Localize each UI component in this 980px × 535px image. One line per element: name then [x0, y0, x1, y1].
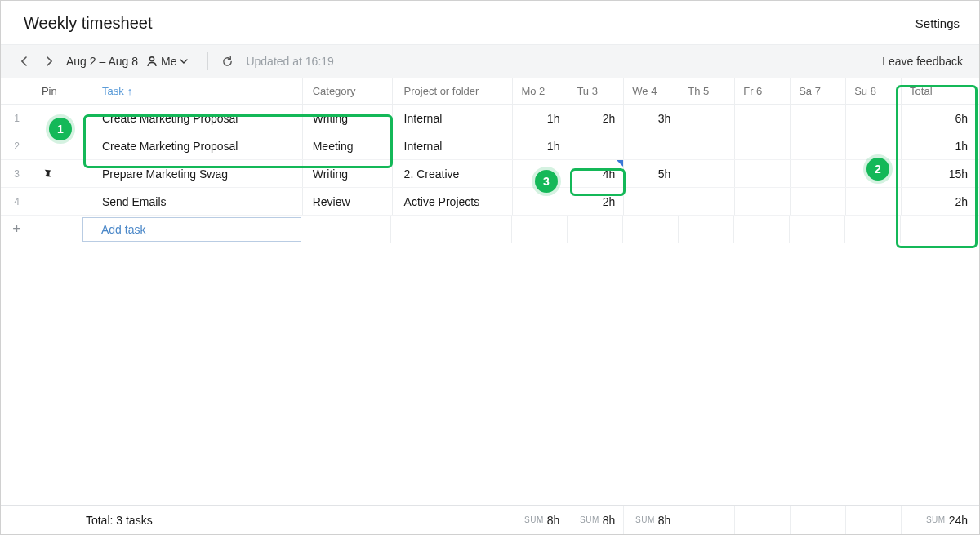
time-cell[interactable]: 2h	[568, 188, 624, 215]
cell-note-icon	[617, 160, 623, 167]
time-cell[interactable]: 3h	[624, 105, 679, 132]
footer-grand-total: SUM24h	[902, 506, 979, 534]
time-cell[interactable]	[735, 160, 791, 187]
user-label: Me	[161, 55, 176, 68]
page-title: Weekly timesheet	[24, 14, 152, 33]
time-cell[interactable]	[513, 160, 568, 187]
col-project[interactable]: Project or folder	[393, 78, 514, 104]
row-total: 15h	[902, 160, 979, 187]
task-cell[interactable]: Send Emails	[82, 188, 303, 215]
row-total: 6h	[902, 105, 979, 132]
settings-link[interactable]: Settings	[915, 16, 960, 30]
leave-feedback-link[interactable]: Leave feedback	[882, 55, 963, 68]
row-number: 1	[1, 105, 33, 132]
col-total[interactable]: Total	[902, 78, 979, 104]
col-day-th[interactable]: Th 5	[679, 78, 735, 104]
user-icon	[146, 56, 158, 67]
user-selector[interactable]: Me	[146, 55, 188, 68]
project-cell[interactable]: Active Projects	[393, 188, 514, 215]
next-week-button[interactable]	[37, 49, 61, 74]
time-cell[interactable]	[791, 188, 846, 215]
category-cell[interactable]: Writing	[303, 160, 393, 187]
footer-summary-row: Total: 3 tasks SUM8h SUM8h SUM8h SUM24h	[1, 505, 979, 534]
task-cell[interactable]: Create Marketing Proposal	[82, 105, 303, 132]
col-day-su[interactable]: Su 8	[846, 78, 902, 104]
col-day-fr[interactable]: Fr 6	[735, 78, 791, 104]
footer-day-sum: SUM8h	[568, 506, 624, 534]
pin-icon	[42, 168, 53, 180]
pin-cell[interactable]	[33, 160, 82, 187]
time-cell[interactable]	[846, 132, 902, 159]
header: Weekly timesheet Settings	[1, 1, 979, 44]
row-total: 1h	[902, 132, 979, 159]
col-day-tu[interactable]: Tu 3	[568, 78, 624, 104]
category-cell[interactable]: Review	[303, 188, 393, 215]
row-number: 3	[1, 160, 33, 187]
col-pin[interactable]: Pin	[33, 78, 82, 104]
project-cell[interactable]: Internal	[393, 105, 514, 132]
time-cell[interactable]	[791, 105, 846, 132]
time-cell[interactable]	[735, 132, 791, 159]
project-cell[interactable]: 2. Creative	[393, 160, 514, 187]
col-day-sa[interactable]: Sa 7	[791, 78, 846, 104]
prev-week-button[interactable]	[12, 49, 37, 74]
time-cell[interactable]: 1h	[513, 132, 568, 159]
time-cell[interactable]	[568, 132, 624, 159]
time-cell[interactable]	[679, 105, 735, 132]
row-number: 2	[1, 132, 33, 159]
footer-day-sum: SUM8h	[624, 506, 679, 534]
time-cell[interactable]	[791, 132, 846, 159]
project-cell[interactable]: Internal	[393, 132, 514, 159]
pin-cell[interactable]	[33, 188, 82, 215]
time-cell[interactable]	[624, 188, 679, 215]
pin-cell[interactable]	[33, 132, 82, 159]
column-header-row: Pin Task ↑ Category Project or folder Mo…	[1, 78, 979, 105]
time-cell[interactable]: 5h	[624, 160, 679, 187]
footer-day-sum: SUM8h	[513, 506, 568, 534]
col-category[interactable]: Category	[303, 78, 393, 104]
toolbar: Aug 2 – Aug 8 Me Updated at 16:19 Leave …	[1, 44, 979, 78]
task-cell[interactable]: Prepare Marketing Swag	[82, 160, 303, 187]
time-cell[interactable]: 2h	[568, 105, 624, 132]
time-cell[interactable]	[735, 188, 791, 215]
add-task-row: + Add task	[1, 216, 979, 243]
pin-cell[interactable]	[33, 105, 82, 132]
time-cell[interactable]	[791, 160, 846, 187]
time-cell[interactable]	[679, 160, 735, 187]
col-task[interactable]: Task ↑	[82, 78, 303, 104]
pin-cell	[33, 216, 82, 243]
refresh-icon	[221, 56, 234, 68]
date-range-picker[interactable]: Aug 2 – Aug 8	[66, 55, 138, 68]
row-number: 4	[1, 188, 33, 215]
add-task-input[interactable]: Add task	[82, 217, 301, 242]
time-cell[interactable]	[679, 132, 735, 159]
toolbar-divider	[207, 52, 208, 70]
table-row: 3 Prepare Marketing Swag Writing 2. Crea…	[1, 160, 979, 188]
sort-asc-icon: ↑	[127, 85, 133, 97]
col-day-mo[interactable]: Mo 2	[513, 78, 568, 104]
category-cell[interactable]: Meeting	[303, 132, 393, 159]
updated-text: Updated at 16:19	[246, 55, 333, 68]
timesheet-grid: Pin Task ↑ Category Project or folder Mo…	[1, 78, 979, 534]
time-cell[interactable]	[735, 105, 791, 132]
category-cell[interactable]: Writing	[303, 105, 393, 132]
time-cell[interactable]	[513, 188, 568, 215]
table-row: 1 Create Marketing Proposal Writing Inte…	[1, 105, 979, 132]
chevron-down-icon	[180, 58, 188, 65]
time-cell[interactable]: 1h	[513, 105, 568, 132]
time-cell[interactable]	[846, 105, 902, 132]
table-row: 2 Create Marketing Proposal Meeting Inte…	[1, 132, 979, 160]
time-cell[interactable]	[624, 132, 679, 159]
add-row-button[interactable]: +	[1, 216, 33, 243]
refresh-button[interactable]	[216, 56, 238, 68]
col-day-we[interactable]: We 4	[624, 78, 679, 104]
time-cell[interactable]: 4h	[568, 160, 624, 187]
time-cell[interactable]	[679, 188, 735, 215]
table-row: 4 Send Emails Review Active Projects 2h …	[1, 188, 979, 216]
time-cell[interactable]	[846, 188, 902, 215]
svg-point-0	[149, 57, 154, 61]
time-cell[interactable]	[846, 160, 902, 187]
row-number-header	[1, 78, 33, 104]
app-frame: Weekly timesheet Settings Aug 2 – Aug 8 …	[0, 0, 980, 535]
task-cell[interactable]: Create Marketing Proposal	[82, 132, 303, 159]
